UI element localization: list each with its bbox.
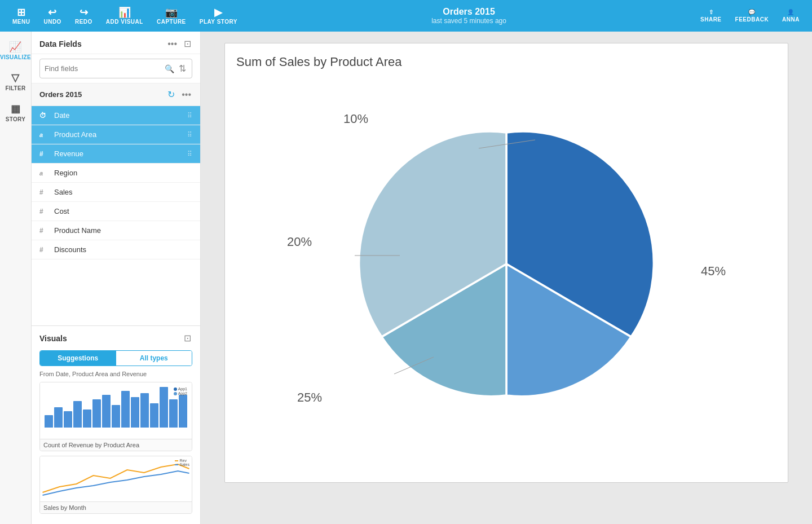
visuals-header: Visuals ⊡: [39, 332, 192, 345]
drag-handle-icon: ⠿: [187, 150, 192, 158]
expand-visuals-button[interactable]: ⊡: [183, 332, 192, 345]
chart-card: Sum of Sales by Product Area: [224, 43, 788, 483]
thumbnail-1[interactable]: App1 App2 Count of Revenue by Product Ar…: [39, 382, 192, 451]
search-box: 🔍 ⇅: [39, 59, 192, 78]
share-button[interactable]: ⇧ SHARE: [695, 7, 727, 25]
field-name: Discounts: [54, 245, 86, 254]
drag-handle-icon: ⠿: [187, 112, 192, 120]
more-options-button[interactable]: •••: [166, 37, 178, 50]
sort-fields-button[interactable]: ⇅: [178, 62, 187, 75]
refresh-datasource-button[interactable]: ↻: [166, 88, 176, 101]
field-type-icon: #: [39, 208, 48, 215]
field-name: Product Name: [54, 226, 101, 235]
pie-chart-svg: [337, 109, 676, 419]
field-type-icon: ⏱: [39, 112, 48, 120]
field-name: Region: [54, 169, 77, 177]
datasource-header: Orders 2015 ↻ •••: [32, 83, 200, 106]
redo-icon: ↪: [80, 7, 89, 17]
field-name: Sales: [54, 188, 73, 196]
visuals-section: Visuals ⊡ Suggestions All types From Dat…: [32, 325, 200, 524]
field-list: ⏱ Date ⠿ a Product Area ⠿ # Revenue ⠿ a …: [32, 106, 200, 325]
chart-title: Sum of Sales by Product Area: [236, 55, 776, 69]
menu-icon: ⊞: [17, 7, 26, 17]
topbar-center: Orders 2015 last saved 5 minutes ago: [243, 7, 695, 25]
field-item-product-area[interactable]: a Product Area ⠿: [32, 125, 200, 144]
datasource-name: Orders 2015: [39, 90, 82, 99]
tab-suggestions[interactable]: Suggestions: [40, 351, 116, 366]
nav-filter[interactable]: ▽ FILTER: [2, 67, 30, 96]
field-item-date[interactable]: ⏱ Date ⠿: [32, 106, 200, 125]
user-button[interactable]: 👤 ANNA: [776, 7, 805, 25]
field-name: Revenue: [54, 149, 83, 158]
filter-icon: ▽: [11, 72, 19, 84]
thumbnail-1-label: Count of Revenue by Product Area: [40, 439, 192, 451]
field-item-product-name[interactable]: # Product Name: [32, 221, 200, 240]
field-item-region[interactable]: a Region: [32, 164, 200, 183]
feedback-icon: 💬: [748, 10, 756, 15]
field-name: Date: [54, 111, 69, 120]
drag-handle-icon: ⠿: [187, 131, 192, 139]
visualize-icon: 📈: [9, 41, 21, 53]
topbar-left: ⊞ MENU ↩ UNDO ↪ REDO 📊 ADD VISUAL 📷 CAPT…: [7, 5, 243, 27]
field-type-icon: a: [39, 131, 48, 138]
share-icon: ⇧: [709, 10, 714, 15]
pct-label-45: 45%: [701, 264, 726, 279]
app-layout: 📈 VISUALIZE ▽ FILTER ▦ STORY Data Fields…: [0, 32, 812, 524]
pct-label-20: 20%: [287, 235, 312, 249]
nav-sidebar: 📈 VISUALIZE ▽ FILTER ▦ STORY: [0, 32, 32, 524]
user-icon: 👤: [787, 10, 795, 15]
pct-label-10: 10%: [343, 112, 368, 126]
field-item-cost[interactable]: # Cost: [32, 202, 200, 221]
undo-icon: ↩: [48, 7, 57, 17]
pct-label-25: 25%: [297, 390, 322, 405]
add-visual-icon: 📊: [118, 7, 131, 17]
redo-button[interactable]: ↪ REDO: [69, 5, 98, 27]
field-item-sales[interactable]: # Sales: [32, 183, 200, 202]
play-story-button[interactable]: ▶ PLAY Story: [194, 5, 243, 27]
topbar: ⊞ MENU ↩ UNDO ↪ REDO 📊 ADD VISUAL 📷 CAPT…: [0, 0, 812, 32]
suggestion-label: From Date, Product Area and Revenue: [39, 371, 192, 377]
undo-button[interactable]: ↩ UNDO: [38, 5, 67, 27]
datasource-more-button[interactable]: •••: [180, 88, 192, 101]
thumbnail-canvas-1: App1 App2: [40, 382, 192, 439]
field-type-icon: #: [39, 188, 48, 196]
data-fields-header: Data Fields ••• ⊡: [32, 32, 200, 54]
field-type-icon: #: [39, 150, 48, 158]
field-type-icon: a: [39, 170, 48, 177]
field-type-icon: #: [39, 246, 48, 254]
field-name: Cost: [54, 207, 69, 215]
left-panel: Data Fields ••• ⊡ 🔍 ⇅ Orders 2015 ↻ ••• …: [32, 32, 201, 524]
doc-saved: last saved 5 minutes ago: [431, 17, 506, 25]
field-item-discounts[interactable]: # Discounts: [32, 240, 200, 259]
feedback-button[interactable]: 💬 FEEDBACK: [730, 7, 775, 25]
main-canvas: Sum of Sales by Product Area: [201, 32, 812, 524]
pie-container: 45% 25% 20% 10%: [236, 81, 776, 447]
story-icon: ▦: [11, 103, 20, 115]
collapse-panel-button[interactable]: ⊡: [183, 37, 192, 50]
tab-all-types[interactable]: All types: [116, 351, 192, 366]
search-icon: 🔍: [165, 64, 174, 73]
visuals-title: Visuals: [39, 334, 67, 343]
field-name: Product Area: [54, 130, 96, 139]
doc-title: Orders 2015: [443, 7, 495, 17]
topbar-right: ⇧ SHARE 💬 FEEDBACK 👤 ANNA: [695, 7, 805, 25]
play-icon: ▶: [214, 7, 223, 17]
visuals-tabs: Suggestions All types: [39, 350, 192, 366]
nav-visualize[interactable]: 📈 VISUALIZE: [2, 36, 30, 65]
nav-story[interactable]: ▦ STORY: [2, 98, 30, 127]
search-input[interactable]: [45, 64, 161, 73]
datasource-actions: ↻ •••: [166, 88, 192, 101]
field-item-revenue[interactable]: # Revenue ⠿: [32, 144, 200, 164]
thumbnail-2[interactable]: Rev Sales Sales by Month: [39, 456, 192, 514]
data-fields-title: Data Fields: [39, 39, 82, 49]
capture-button[interactable]: 📷 CAPTURE: [151, 5, 192, 27]
thumbnail-2-label: Sales by Month: [40, 501, 192, 513]
add-visual-button[interactable]: 📊 ADD VISUAL: [100, 5, 149, 27]
thumbnail-canvas-2: Rev Sales: [40, 456, 192, 501]
capture-icon: 📷: [165, 7, 178, 17]
menu-button[interactable]: ⊞ MENU: [7, 5, 36, 27]
panel-header-actions: ••• ⊡: [166, 37, 192, 50]
field-type-icon: #: [39, 227, 48, 235]
